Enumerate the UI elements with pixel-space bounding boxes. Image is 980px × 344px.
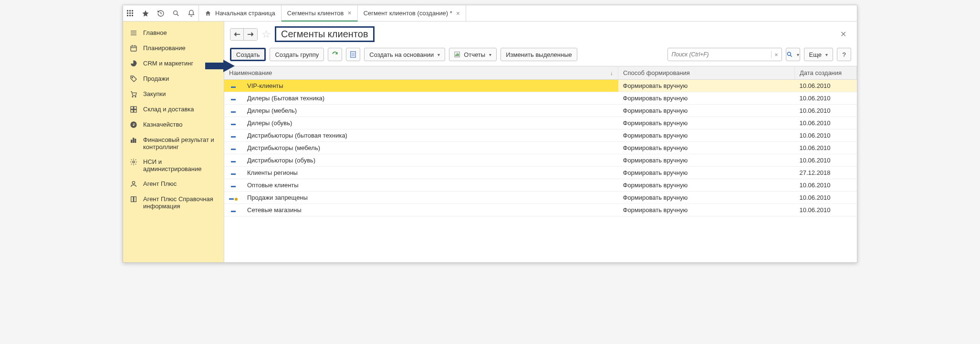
reports-button[interactable]: Отчеты▾: [449, 48, 497, 61]
sidebar-item[interactable]: Главное: [123, 25, 224, 41]
more-button[interactable]: Еще▾: [804, 48, 833, 61]
sidebar-item-label: Планирование: [143, 44, 186, 52]
sidebar-item[interactable]: Агент Плюс Справочная информация: [123, 192, 224, 214]
sidebar-item-label: Агент Плюс: [143, 180, 177, 187]
cell-date: 10.06.2010: [795, 105, 857, 117]
change-selected-label: Изменить выделенные: [506, 51, 572, 58]
book-icon: [130, 195, 138, 203]
bell-icon[interactable]: [187, 9, 196, 18]
svg-rect-8: [132, 15, 133, 16]
agent-icon: [130, 180, 138, 188]
svg-rect-0: [127, 10, 128, 11]
svg-rect-22: [134, 107, 136, 109]
reports-label: Отчеты: [464, 51, 485, 58]
search-icon[interactable]: [172, 9, 180, 18]
table-row[interactable]: Продажи запрещеныФормировать вручную10.0…: [224, 192, 857, 204]
svg-rect-7: [129, 15, 131, 16]
cell-name: Дистрибьюторы (мебель): [242, 142, 618, 154]
cell-name: Дистрибьюторы (бытовая техника): [242, 129, 618, 142]
sidebar-item-label: Склад и доставка: [143, 106, 194, 113]
clear-search-button[interactable]: ×: [771, 51, 782, 58]
sidebar-item-label: Финансовый результат и контроллинг: [143, 136, 217, 150]
sidebar: ГлавноеПланированиеCRM и маркетингПродаж…: [123, 22, 224, 262]
item-icon: [231, 149, 236, 150]
sidebar-item[interactable]: Закупки: [123, 86, 224, 102]
cell-date: 10.06.2010: [795, 192, 857, 204]
cell-method: Формировать вручную: [618, 80, 795, 92]
list-settings-button[interactable]: [346, 48, 360, 61]
sidebar-item[interactable]: CRM и маркетинг: [123, 56, 224, 71]
table-row[interactable]: Дистрибьюторы (обувь)Формировать вручную…: [224, 154, 857, 167]
tab-close-icon[interactable]: ×: [347, 9, 351, 17]
sidebar-item[interactable]: Продажи: [123, 71, 224, 86]
tab[interactable]: Начальная страница: [199, 5, 281, 21]
more-label: Еще: [809, 51, 822, 58]
svg-rect-39: [458, 54, 459, 56]
sidebar-item[interactable]: НСИ и администрирование: [123, 154, 224, 176]
refresh-button[interactable]: [328, 48, 342, 61]
table-row[interactable]: Дилеры (обувь)Формировать вручную10.06.2…: [224, 117, 857, 129]
dropdown-icon: ▾: [489, 52, 491, 57]
create-based-on-button[interactable]: Создать на основании▾: [364, 48, 445, 61]
svg-line-10: [177, 14, 179, 16]
favorite-star-icon[interactable]: ☆: [261, 28, 271, 41]
cell-name: Сетевые магазины: [242, 204, 618, 216]
boxes-icon: [130, 106, 138, 113]
gear-icon: [130, 158, 138, 166]
table-row[interactable]: VIP-клиентыФормировать вручную10.06.2010: [224, 80, 857, 92]
cell-name: Дилеры (Бытовая техника): [242, 92, 618, 105]
create-group-button[interactable]: Создать группу: [270, 48, 324, 61]
tab-close-icon[interactable]: ×: [456, 10, 460, 17]
cell-date: 10.06.2010: [795, 154, 857, 167]
search-menu-button[interactable]: ▾: [786, 48, 800, 61]
svg-rect-37: [456, 54, 457, 56]
cell-method: Формировать вручную: [618, 117, 795, 129]
create-button[interactable]: Создать: [230, 48, 266, 61]
item-icon: [231, 211, 236, 212]
apps-icon[interactable]: [126, 9, 135, 18]
star-icon[interactable]: [141, 9, 150, 18]
cell-name: Дистрибьюторы (обувь): [242, 154, 618, 167]
table-row[interactable]: Сетевые магазиныФормировать вручную10.06…: [224, 204, 857, 216]
sidebar-item[interactable]: Планирование: [123, 41, 224, 56]
sidebar-item[interactable]: ₽Казначейство: [123, 117, 224, 132]
ruble-icon: ₽: [130, 121, 138, 129]
svg-rect-27: [131, 140, 132, 142]
item-blocked-icon: [229, 198, 238, 201]
svg-rect-23: [131, 110, 133, 112]
svg-rect-21: [131, 107, 133, 109]
tag-icon: [130, 75, 138, 83]
tab[interactable]: Сегменты клиентов×: [281, 5, 358, 22]
cell-date: 10.06.2010: [795, 142, 857, 154]
cell-method: Формировать вручную: [618, 167, 795, 179]
tab[interactable]: Сегмент клиентов (создание) *×: [358, 5, 466, 21]
close-panel-button[interactable]: ✕: [840, 30, 846, 39]
sidebar-item-label: НСИ и администрирование: [143, 158, 217, 172]
column-method[interactable]: Способ формирования: [618, 66, 795, 80]
search-input[interactable]: [668, 51, 771, 58]
sidebar-item[interactable]: Склад и доставка: [123, 102, 224, 117]
table-row[interactable]: Оптовые клиентыФормировать вручную10.06.…: [224, 179, 857, 192]
svg-point-20: [135, 96, 136, 97]
svg-point-19: [132, 96, 133, 97]
cell-method: Формировать вручную: [618, 105, 795, 117]
svg-rect-3: [127, 12, 128, 14]
svg-rect-14: [131, 46, 136, 51]
forward-button[interactable]: 🠆: [244, 29, 257, 40]
column-name[interactable]: Наименование↓: [224, 66, 618, 80]
change-selected-button[interactable]: Изменить выделенные: [500, 48, 577, 61]
column-date[interactable]: Дата создания: [795, 66, 857, 80]
back-button[interactable]: 🠄: [230, 29, 244, 40]
svg-point-9: [174, 11, 177, 14]
table-row[interactable]: Дилеры (Бытовая техника)Формировать вруч…: [224, 92, 857, 105]
history-icon[interactable]: [156, 9, 165, 18]
sidebar-item[interactable]: Финансовый результат и контроллинг: [123, 132, 224, 154]
data-grid[interactable]: Наименование↓ Способ формирования Дата с…: [224, 66, 857, 262]
sidebar-item[interactable]: Агент Плюс: [123, 176, 224, 192]
table-row[interactable]: Дистрибьюторы (мебель)Формировать вручну…: [224, 142, 857, 154]
table-row[interactable]: Клиенты регионыФормировать вручную27.12.…: [224, 167, 857, 179]
toolbar-icons: [123, 5, 199, 21]
help-button[interactable]: ?: [837, 48, 851, 61]
table-row[interactable]: Дилеры (мебель)Формировать вручную10.06.…: [224, 105, 857, 117]
table-row[interactable]: Дистрибьюторы (бытовая техника)Формирова…: [224, 129, 857, 142]
